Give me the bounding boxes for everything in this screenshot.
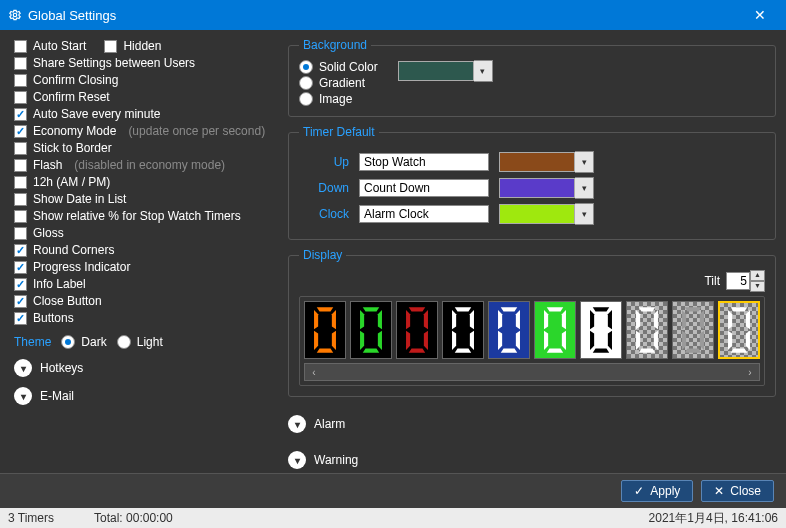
svg-marker-26 [501, 349, 517, 353]
checkbox[interactable] [14, 142, 27, 155]
svg-marker-57 [728, 310, 732, 329]
timer-default-input[interactable] [359, 179, 489, 197]
svg-marker-13 [409, 307, 425, 311]
checkbox[interactable] [14, 261, 27, 274]
option-label: Flash [33, 157, 62, 174]
svg-marker-12 [378, 331, 382, 350]
bg-color-picker[interactable]: ▾ [398, 60, 493, 82]
scroll-right-icon[interactable]: › [741, 367, 759, 378]
svg-marker-44 [639, 349, 655, 353]
section-hotkeys[interactable]: ▾ Hotkeys [14, 359, 278, 377]
background-group: Background Solid Color Gradient Image ▾ [288, 38, 776, 117]
dialog-footer: ✓Apply ✕Close [0, 473, 786, 508]
svg-marker-27 [498, 310, 502, 329]
option-row: Confirm Closing [14, 72, 278, 89]
color-swatch [499, 178, 575, 198]
chevron-down-icon: ▾ [288, 415, 306, 433]
svg-marker-22 [470, 310, 474, 329]
digit-style-tile[interactable] [396, 301, 438, 359]
radio-icon [61, 335, 75, 349]
chevron-down-icon: ▾ [14, 359, 32, 377]
close-button[interactable]: ✕Close [701, 480, 774, 502]
theme-dark[interactable]: Dark [61, 335, 106, 349]
checkbox[interactable] [14, 210, 27, 223]
spin-down-icon[interactable]: ▼ [750, 281, 765, 292]
bg-gradient[interactable]: Gradient [299, 76, 378, 90]
checkbox[interactable] [14, 125, 27, 138]
timer-default-color[interactable]: ▾ [499, 203, 594, 225]
radio-icon [299, 92, 313, 106]
digit-style-tile[interactable] [350, 301, 392, 359]
timer-default-color[interactable]: ▾ [499, 177, 594, 199]
option-row: Economy Mode(update once per second) [14, 123, 278, 140]
option-label: Auto Start [33, 38, 86, 55]
digit-style-tile[interactable] [488, 301, 530, 359]
checkbox[interactable] [14, 57, 27, 70]
timer-default-color[interactable]: ▾ [499, 151, 594, 173]
checkbox[interactable] [14, 176, 27, 189]
svg-point-0 [13, 13, 17, 17]
tilt-spinner[interactable]: ▲▼ [726, 270, 765, 292]
checkbox[interactable] [14, 74, 27, 87]
timer-default-input[interactable] [359, 205, 489, 223]
svg-marker-5 [314, 331, 318, 350]
digit-style-tile[interactable] [534, 301, 576, 359]
svg-marker-58 [746, 310, 750, 329]
checkbox[interactable] [14, 91, 27, 104]
svg-marker-9 [360, 310, 364, 329]
chevron-down-icon: ▾ [575, 203, 594, 225]
h-scrollbar[interactable]: ‹ › [304, 363, 760, 381]
digit-style-tile[interactable] [626, 301, 668, 359]
section-warning[interactable]: ▾ Warning [288, 451, 776, 469]
chevron-down-icon: ▾ [14, 387, 32, 405]
window-title: Global Settings [28, 8, 116, 23]
option-row: Buttons [14, 310, 278, 327]
digit-style-tile[interactable] [718, 301, 760, 359]
radio-icon [299, 76, 313, 90]
svg-marker-16 [424, 310, 428, 329]
scroll-left-icon[interactable]: ‹ [305, 367, 323, 378]
checkbox[interactable] [14, 278, 27, 291]
option-label: Auto Save every minute [33, 106, 160, 123]
svg-marker-39 [590, 310, 594, 329]
status-total: Total: 00:00:00 [94, 511, 173, 525]
option-row: 12h (AM / PM) [14, 174, 278, 191]
status-timers: 3 Timers [8, 511, 54, 525]
checkbox[interactable] [104, 40, 117, 53]
svg-marker-2 [317, 349, 333, 353]
checkbox[interactable] [14, 108, 27, 121]
apply-button[interactable]: ✓Apply [621, 480, 693, 502]
checkbox[interactable] [14, 40, 27, 53]
option-label: Confirm Reset [33, 89, 110, 106]
svg-marker-7 [363, 307, 379, 311]
tilt-input[interactable] [726, 272, 750, 290]
option-row: Auto StartHidden [14, 38, 278, 55]
svg-marker-1 [317, 307, 333, 311]
theme-light[interactable]: Light [117, 335, 163, 349]
window-close-button[interactable]: ✕ [742, 7, 778, 23]
section-alarm[interactable]: ▾ Alarm [288, 415, 776, 433]
option-label: Info Label [33, 276, 86, 293]
svg-marker-55 [731, 307, 747, 311]
svg-marker-10 [378, 310, 382, 329]
timer-default-input[interactable] [359, 153, 489, 171]
svg-marker-49 [685, 307, 701, 311]
digit-style-tile[interactable] [442, 301, 484, 359]
digit-style-tile[interactable] [672, 301, 714, 359]
svg-marker-11 [360, 331, 364, 350]
digit-style-tile[interactable] [580, 301, 622, 359]
bg-image[interactable]: Image [299, 92, 378, 106]
checkbox[interactable] [14, 159, 27, 172]
checkbox[interactable] [14, 312, 27, 325]
option-row: Confirm Reset [14, 89, 278, 106]
checkbox[interactable] [14, 244, 27, 257]
bg-solid-color[interactable]: Solid Color [299, 60, 378, 74]
svg-marker-19 [455, 307, 471, 311]
timer-default-group: Timer Default Up▾Down▾Clock▾ [288, 125, 776, 240]
checkbox[interactable] [14, 227, 27, 240]
checkbox[interactable] [14, 295, 27, 308]
digit-style-tile[interactable] [304, 301, 346, 359]
spin-up-icon[interactable]: ▲ [750, 270, 765, 281]
section-email[interactable]: ▾ E-Mail [14, 387, 278, 405]
checkbox[interactable] [14, 193, 27, 206]
